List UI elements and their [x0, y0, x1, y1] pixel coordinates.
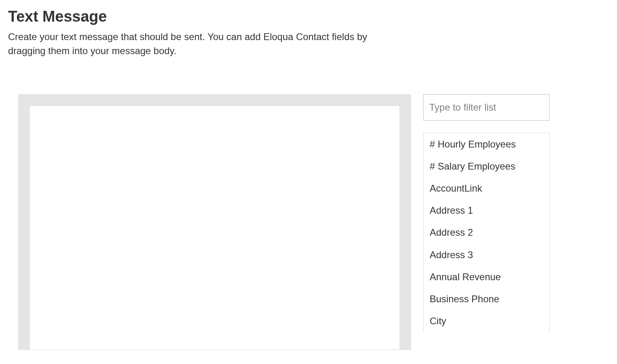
field-item[interactable]: Address 3 [424, 244, 549, 266]
message-body-textarea[interactable] [29, 105, 400, 350]
page-title: Text Message [8, 8, 609, 25]
fields-sidebar: # Hourly Employees # Salary Employees Ac… [423, 94, 550, 332]
field-list: # Hourly Employees # Salary Employees Ac… [423, 133, 550, 332]
page-description: Create your text message that should be … [8, 30, 397, 58]
content-area: # Hourly Employees # Salary Employees Ac… [8, 94, 609, 350]
filter-input[interactable] [423, 94, 550, 121]
field-item[interactable]: # Hourly Employees [424, 133, 549, 155]
field-item[interactable]: AccountLink [424, 177, 549, 199]
editor-wrapper [18, 94, 411, 350]
field-item[interactable]: Annual Revenue [424, 266, 549, 288]
field-item[interactable]: # Salary Employees [424, 155, 549, 177]
field-item[interactable]: Address 1 [424, 199, 549, 221]
field-item[interactable]: Address 2 [424, 221, 549, 243]
field-item[interactable]: City [424, 310, 549, 332]
field-item[interactable]: Business Phone [424, 288, 549, 310]
